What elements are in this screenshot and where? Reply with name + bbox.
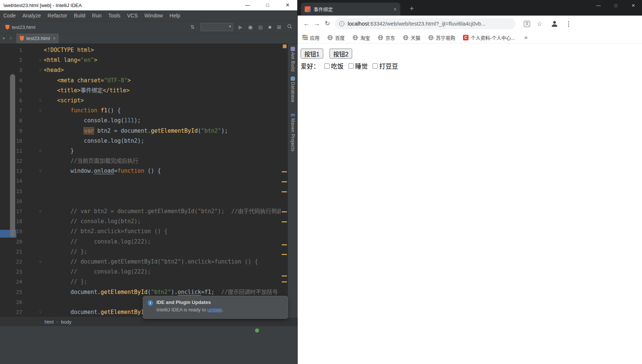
code-token[interactable]: "btn2": [201, 128, 221, 134]
code-token[interactable]: (: [148, 289, 151, 295]
editor-tab-test23[interactable]: test23.html ×: [16, 33, 59, 43]
change-marker[interactable]: [282, 191, 287, 192]
code-line[interactable]: 22˅ // document.getElementById("btn2").o…: [0, 257, 281, 267]
code-line[interactable]: 13˅ window.onload=function () {: [0, 166, 281, 176]
ide-maximize-button[interactable]: □: [258, 0, 278, 10]
forward-button[interactable]: →: [312, 19, 322, 29]
checkbox-eat[interactable]: [324, 63, 330, 69]
run-button[interactable]: ▶: [239, 23, 243, 31]
code-token[interactable]: onclick: [178, 289, 201, 295]
code-text[interactable]: var btn2 = document.getElementById("btn2…: [44, 126, 281, 136]
menu-refactor[interactable]: Refactor: [44, 10, 70, 21]
bookmark-apps[interactable]: 应用: [302, 34, 320, 41]
code-line[interactable]: 8 console.log(111);: [0, 116, 281, 126]
code-text[interactable]: <meta charset="UTF-8">: [44, 76, 281, 86]
code-text[interactable]: // var btn2 = document.getElementById("b…: [44, 206, 281, 216]
fold-marker-icon[interactable]: ˅: [22, 55, 44, 65]
checkbox-doudou[interactable]: [373, 63, 378, 69]
fold-marker-icon[interactable]: ˅: [22, 166, 44, 176]
menu-run[interactable]: Run: [89, 10, 105, 21]
fold-marker-icon[interactable]: ˅: [22, 65, 44, 75]
code-line[interactable]: 18 // console.log(btn2);: [0, 216, 281, 226]
code-text[interactable]: }: [44, 146, 281, 156]
change-marker[interactable]: [282, 181, 287, 182]
code-token[interactable]: <!DOCTYPE html>: [44, 47, 94, 53]
code-token[interactable]: =f1;: [201, 289, 221, 295]
code-token[interactable]: <title>: [44, 87, 80, 94]
fold-marker-icon[interactable]: ˅: [22, 307, 44, 317]
change-marker[interactable]: [282, 171, 287, 172]
code-token[interactable]: // console.log(222);: [44, 238, 151, 245]
new-tab-button[interactable]: +: [407, 4, 417, 14]
ide-minimize-button[interactable]: —: [238, 0, 258, 10]
code-line[interactable]: 17˅ // var btn2 = document.getElementByI…: [0, 206, 281, 216]
change-marker[interactable]: [282, 211, 287, 212]
bookmark-jd[interactable]: 京东: [378, 34, 395, 41]
code-token[interactable]: //当前页面加载完成后执行: [44, 158, 138, 164]
close-icon[interactable]: ×: [53, 36, 56, 41]
code-lines[interactable]: 1<!DOCTYPE html>2˅<html lang="en">3˅<hea…: [0, 45, 281, 317]
menu-tools[interactable]: Tools: [105, 10, 124, 21]
code-token[interactable]: "btn2": [151, 289, 171, 295]
code-token[interactable]: 事件绑定: [80, 87, 103, 94]
update-indicator-icon[interactable]: [255, 328, 259, 332]
code-text[interactable]: // console.log(222);: [44, 267, 281, 277]
line-number[interactable]: 22: [0, 257, 22, 267]
code-text[interactable]: <head>: [44, 65, 281, 75]
line-number[interactable]: 21: [0, 247, 22, 257]
line-number[interactable]: 1: [0, 45, 22, 55]
code-line[interactable]: 7˅ function f1() {: [0, 106, 281, 116]
fold-marker-icon[interactable]: ˄: [22, 146, 44, 156]
breadcrumb-html[interactable]: html: [44, 319, 54, 325]
menu-vcs[interactable]: VCS: [124, 10, 141, 21]
code-text[interactable]: [44, 176, 281, 186]
code-token[interactable]: window.: [44, 168, 94, 174]
code-token[interactable]: "UTF-8": [104, 77, 128, 84]
code-text[interactable]: // };: [44, 247, 281, 257]
code-text[interactable]: <!DOCTYPE html>: [44, 45, 281, 55]
code-token[interactable]: <script>: [44, 97, 84, 104]
code-text[interactable]: function f1() {: [44, 106, 281, 116]
code-token[interactable]: () {: [144, 168, 161, 174]
tool-tab-maven[interactable]: m Maven Projects: [288, 112, 298, 153]
breadcrumb-body[interactable]: body: [61, 319, 72, 325]
menu-window[interactable]: Window: [141, 10, 166, 21]
code-token[interactable]: [44, 107, 70, 114]
code-token[interactable]: // btn2.onclick=function () {: [44, 228, 168, 235]
bookmark-suning[interactable]: 苏宁易购: [428, 34, 455, 41]
code-token[interactable]: //提示回调时不加括号: [221, 289, 278, 295]
checkbox-label-eat[interactable]: 吃饭: [324, 61, 344, 70]
checkbox-label-doudou[interactable]: 打豆豆: [373, 61, 398, 70]
change-marker[interactable]: [282, 254, 287, 255]
line-number[interactable]: 2: [0, 55, 22, 65]
code-token[interactable]: >: [94, 57, 97, 63]
code-line[interactable]: 23 // console.log(222);: [0, 267, 281, 277]
back-button[interactable]: ←: [301, 19, 312, 29]
code-token[interactable]: <meta charset=: [44, 77, 104, 84]
code-line[interactable]: 20 // console.log(222);: [0, 237, 281, 247]
code-line[interactable]: 5 <title>事件绑定</title>: [0, 86, 281, 96]
update-link[interactable]: update: [207, 307, 222, 312]
code-line[interactable]: 1<!DOCTYPE html>: [0, 45, 281, 55]
code-text[interactable]: <script>: [44, 96, 281, 106]
profiler-icon[interactable]: ◎: [258, 23, 263, 31]
code-text[interactable]: <html lang="en">: [44, 55, 281, 65]
code-text[interactable]: // };: [44, 277, 281, 287]
editor[interactable]: 1<!DOCTYPE html>2˅<html lang="en">3˅<hea…: [0, 44, 298, 317]
page-button-1[interactable]: 按钮1: [301, 49, 323, 59]
coverage-icon[interactable]: ◉: [248, 23, 252, 31]
code-token[interactable]: <html lang=: [44, 57, 80, 63]
code-token[interactable]: onload: [94, 168, 114, 174]
code-token[interactable]: ).: [171, 289, 178, 295]
code-line[interactable]: 2˅<html lang="en">: [0, 55, 281, 65]
fold-marker-icon[interactable]: ˅: [22, 257, 44, 267]
browser-tab[interactable]: 事件绑定 ×: [301, 3, 400, 16]
menu-build[interactable]: Build: [70, 10, 89, 21]
address-bar[interactable]: i localhost:63342/web/web/test23.html?_i…: [335, 18, 516, 29]
change-marker[interactable]: [282, 244, 287, 245]
checkbox-label-sleep[interactable]: 睡觉: [348, 61, 368, 70]
code-line[interactable]: 4 <meta charset="UTF-8">: [0, 76, 281, 86]
inspection-status-icon[interactable]: [283, 44, 287, 48]
fold-marker-icon[interactable]: ˅: [22, 106, 44, 116]
fold-marker-icon[interactable]: ˅: [22, 96, 44, 106]
